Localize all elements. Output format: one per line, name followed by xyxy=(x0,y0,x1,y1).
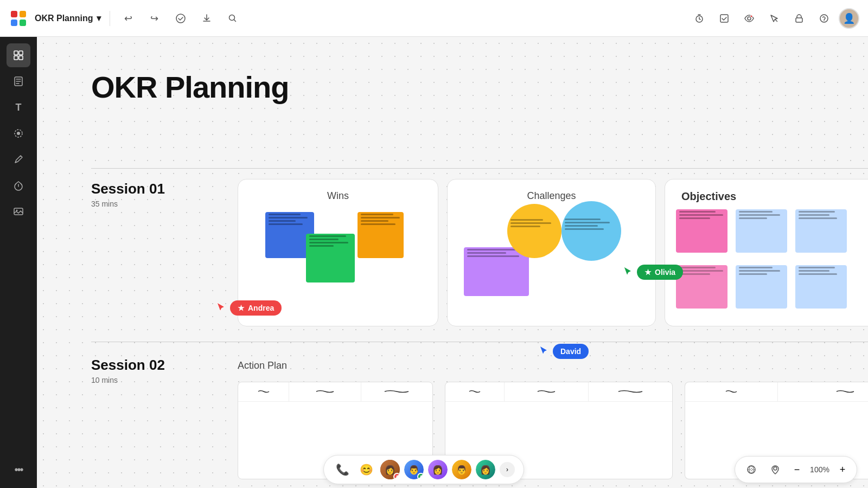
divider-session1-bottom xyxy=(91,342,868,342)
svg-rect-0 xyxy=(11,11,17,17)
session-02-label: Session 02 10 mins xyxy=(91,357,165,384)
avatar-2[interactable]: 👨 ★ xyxy=(404,460,424,479)
sticky-green-1[interactable] xyxy=(306,234,355,282)
zoom-level: 100% xyxy=(809,465,831,474)
sticky-pink-1[interactable] xyxy=(676,209,727,253)
sidebar-item-draw[interactable] xyxy=(7,147,30,171)
cursor-button[interactable] xyxy=(764,8,784,29)
zoom-in-button[interactable]: + xyxy=(835,462,850,477)
lock-button[interactable] xyxy=(789,8,809,29)
svg-rect-2 xyxy=(11,20,17,26)
search-button[interactable] xyxy=(223,9,242,28)
location-button[interactable] xyxy=(765,460,785,479)
svg-point-19 xyxy=(17,132,20,135)
divider-session1-top xyxy=(91,168,868,169)
more-avatars-button[interactable]: › xyxy=(500,462,515,477)
svg-rect-13 xyxy=(14,51,18,55)
phone-button[interactable]: 📞 xyxy=(333,460,352,479)
sidebar-item-frames[interactable] xyxy=(7,43,30,67)
check-button[interactable] xyxy=(171,9,190,28)
avatar-1-badge: ★ xyxy=(393,473,400,479)
dropdown-icon: ▾ xyxy=(97,13,101,23)
avatar-2-badge: ★ xyxy=(417,473,424,479)
user-avatar[interactable]: 👤 xyxy=(839,8,859,29)
svg-point-8 xyxy=(748,17,751,20)
zoom-out-button[interactable]: − xyxy=(789,462,805,477)
avatar-3[interactable]: 👩 xyxy=(428,460,448,479)
app-logo[interactable] xyxy=(9,9,28,28)
sidebar-item-shapes[interactable] xyxy=(7,121,30,145)
timer-button[interactable] xyxy=(689,8,710,29)
app-title[interactable]: OKR Planning ▾ xyxy=(35,13,101,23)
svg-point-12 xyxy=(824,20,825,21)
sticky-yellow-1[interactable] xyxy=(358,212,404,258)
svg-point-21 xyxy=(16,210,18,211)
help-button[interactable] xyxy=(814,8,834,29)
svg-point-23 xyxy=(749,466,754,473)
svg-rect-1 xyxy=(20,11,26,17)
sidebar-item-text[interactable]: T xyxy=(7,95,30,119)
sidebar-item-media[interactable] xyxy=(7,200,30,223)
svg-rect-10 xyxy=(796,18,802,22)
svg-rect-15 xyxy=(14,56,18,60)
svg-rect-16 xyxy=(19,56,23,60)
zoom-controls: − 100% + xyxy=(735,456,857,483)
sticky-pink-2[interactable] xyxy=(676,265,727,309)
map-button[interactable] xyxy=(742,460,761,479)
canvas[interactable]: OKR Planning Session 01 35 mins Wins xyxy=(37,37,868,488)
wins-title: Wins xyxy=(249,190,427,202)
toolbar-separator xyxy=(110,11,110,26)
cursor-olivia-label: ★ Olivia xyxy=(637,265,683,280)
svg-rect-7 xyxy=(720,15,728,22)
action-plan-title: Action Plan xyxy=(238,360,287,371)
avatar-4[interactable]: 👨 xyxy=(452,460,471,479)
sidebar: T xyxy=(0,37,37,488)
sticky-yellow-circle[interactable] xyxy=(507,204,561,258)
objectives-title: Objectives xyxy=(676,190,868,203)
svg-rect-14 xyxy=(19,51,23,55)
session-01-label: Session 01 35 mins xyxy=(91,181,165,208)
undo-button[interactable]: ↩ xyxy=(119,9,138,28)
avatar-5[interactable]: 👩 xyxy=(476,460,495,479)
cursor-andrea-label: ★ Andrea xyxy=(230,300,282,316)
svg-point-4 xyxy=(176,14,185,23)
sticky-lightblue-3[interactable] xyxy=(736,265,787,309)
cursor-david: David xyxy=(539,344,589,359)
svg-point-9 xyxy=(750,15,752,17)
challenges-frame: Challenges xyxy=(447,179,656,326)
avatar-1[interactable]: 👩 ★ xyxy=(380,460,400,479)
tasks-button[interactable] xyxy=(714,8,735,29)
objectives-frame: Objectives xyxy=(665,179,868,326)
svg-point-11 xyxy=(820,15,828,22)
emoji-button[interactable]: 😊 xyxy=(356,460,376,479)
download-button[interactable] xyxy=(197,9,216,28)
sticky-lightblue-4[interactable] xyxy=(795,265,847,309)
sticky-blue-circle[interactable] xyxy=(561,201,621,261)
view-button[interactable] xyxy=(739,8,760,29)
bottom-bar: 📞 😊 👩 ★ 👨 ★ 👩 👨 xyxy=(37,451,868,488)
toolbar-right: 👤 xyxy=(689,8,859,29)
cursor-david-label: David xyxy=(553,344,589,359)
page-title: OKR Planning xyxy=(91,69,289,105)
cursor-olivia: ★ Olivia xyxy=(623,265,683,280)
sidebar-item-library[interactable] xyxy=(7,174,30,197)
svg-rect-3 xyxy=(20,20,26,26)
main-layout: T xyxy=(0,37,868,488)
sticky-lightblue-2[interactable] xyxy=(795,209,847,253)
toolbar: OKR Planning ▾ ↩ ↪ xyxy=(0,0,868,37)
sidebar-item-more[interactable]: ••• xyxy=(7,458,30,481)
cursor-andrea: ★ Andrea xyxy=(216,300,282,316)
collaboration-bar: 📞 😊 👩 ★ 👨 ★ 👩 👨 xyxy=(323,455,524,484)
redo-button[interactable]: ↪ xyxy=(145,9,164,28)
sticky-lightblue-1[interactable] xyxy=(736,209,787,253)
sticky-purple-1[interactable] xyxy=(464,247,529,296)
sidebar-item-notes[interactable] xyxy=(7,69,30,93)
challenges-title: Challenges xyxy=(458,190,644,202)
